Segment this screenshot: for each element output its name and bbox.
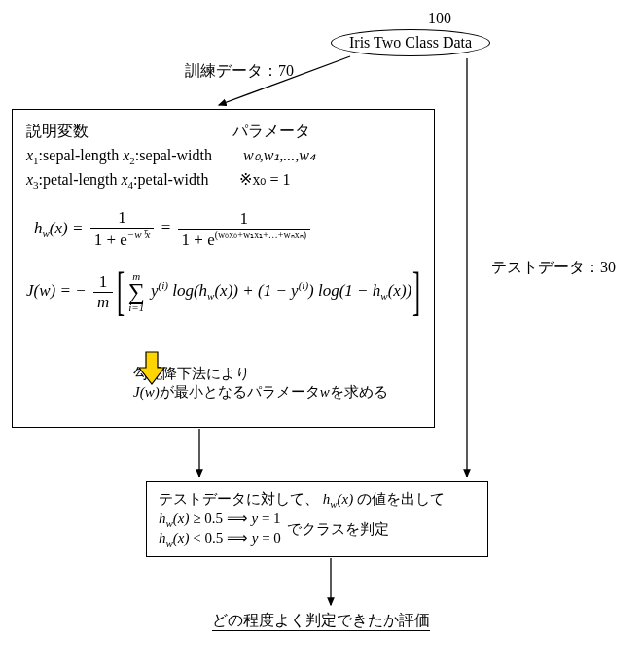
feature-vars-row2: x3:petal-length x4:petal-width ※x₀ = 1: [26, 170, 420, 191]
training-box: 説明変数 パラメータ x1:sepal-length x2:sepal-widt…: [12, 109, 435, 428]
feature-vars-row1: x1:sepal-length x2:sepal-width w₀,w₁,...…: [26, 146, 420, 166]
train-edge-label: 訓練データ：70: [185, 61, 294, 82]
gradient-descent-text: 勾配降下法により J(w)が最小となるパラメータwを求める: [133, 365, 420, 402]
note-x0: ※x₀ = 1: [239, 171, 290, 188]
gradient-descent-arrow-icon: [137, 350, 166, 387]
test-edge-label: テストデータ：30: [491, 258, 616, 278]
cost-equation: J(w) = − 1 m [ m ∑ i=1 y(i) log(hw(x)) +…: [26, 265, 420, 318]
test-box: テストデータに対して、 hw(x) の値を出して hw(x) ≥ 0.5 ⟹ y…: [146, 481, 488, 557]
param-list: w₀,w₁,...,w₄: [243, 147, 315, 163]
features-heading: 説明変数: [26, 122, 89, 142]
hypothesis-equation: hw(x) = 1 1 + e−wᵀx = 1 1 + e(w₀x₀+w₁x₁+…: [34, 208, 420, 250]
evaluation-text: どの程度よく判定できたか評価: [212, 611, 430, 631]
params-heading: パラメータ: [232, 122, 310, 142]
